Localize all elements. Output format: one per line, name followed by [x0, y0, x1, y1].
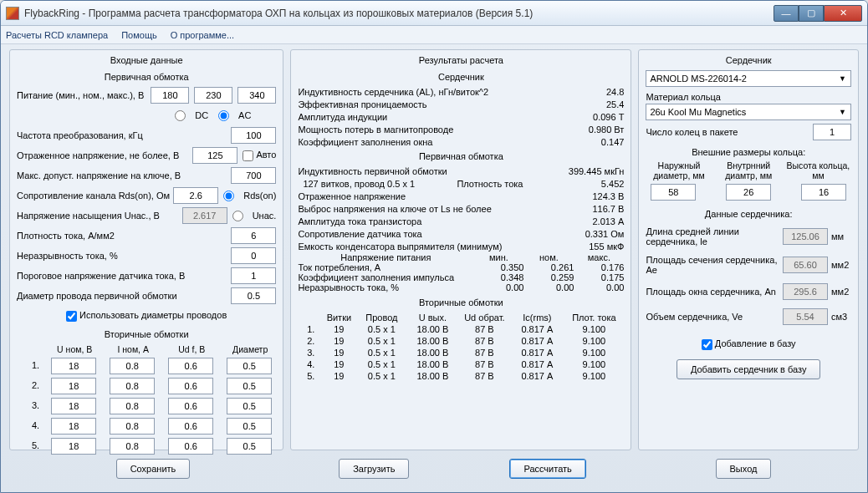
sec-i-input[interactable]: [110, 378, 155, 394]
menubar: Расчеты RCD клампера Помощь О программе.…: [1, 26, 867, 44]
core-data-heading: Данные сердечника:: [646, 209, 851, 219]
jdens-input[interactable]: [231, 227, 276, 244]
vref-value: 124.3 В: [557, 191, 624, 201]
crect-value: 155 мкФ: [557, 241, 624, 252]
result-cell: 9.100: [564, 371, 624, 381]
result-cell: 87 В: [458, 336, 510, 346]
duty-min: 0.348: [473, 272, 523, 282]
secondary-heading: Вторичные обмотки: [17, 329, 276, 339]
use-diameters-check[interactable]: Использовать диаметры проводов: [66, 310, 227, 322]
lprim-label: Индуктивность первичной обмотки: [298, 166, 532, 176]
supply-nom[interactable]: [194, 87, 232, 104]
bamp-label: Амплитуда индукции: [298, 112, 557, 122]
menu-rcd[interactable]: Расчеты RCD клампера: [6, 30, 108, 40]
mid-sec-heading: Вторичные обмотки: [298, 297, 624, 307]
mh-uout: U вых.: [406, 313, 458, 323]
result-cell: 18.00 В: [406, 324, 458, 334]
sec-u-input[interactable]: [51, 438, 96, 455]
result-cell: 87 В: [458, 348, 510, 358]
result-cell: 87 В: [458, 324, 510, 334]
sec-ud-input[interactable]: [168, 358, 213, 374]
sec-d-input[interactable]: [227, 398, 272, 414]
core-heading: Сердечник: [298, 72, 624, 82]
sec-d-input[interactable]: [227, 438, 272, 455]
supply-min[interactable]: [151, 87, 189, 104]
le-label: Длина средней линии сердечника, le: [646, 226, 783, 246]
sec-u-input[interactable]: [51, 418, 96, 435]
result-cell: 19: [321, 336, 356, 346]
calculate-button[interactable]: Рассчитать: [509, 459, 585, 479]
sec-u-input[interactable]: [51, 378, 96, 394]
jdens-label: Плотность тока, А/мм2: [17, 231, 231, 241]
result-cell: 87 В: [458, 359, 510, 369]
ac-radio[interactable]: AC: [218, 110, 251, 121]
sec-rownum: 1.: [19, 358, 39, 374]
result-cell: 0.817 А: [510, 324, 564, 334]
sec-d-input[interactable]: [227, 418, 272, 435]
dim-id[interactable]: [726, 184, 771, 201]
bamp-value: 0.096 Т: [557, 112, 624, 122]
sec-ud-input[interactable]: [168, 398, 213, 414]
an-label: Площадь окна сердечника, An: [646, 287, 783, 297]
add-core-button[interactable]: Добавить сердечник в базу: [677, 359, 821, 379]
supply-max[interactable]: [237, 87, 276, 104]
sec-d-input[interactable]: [227, 378, 272, 394]
freq-label: Частота преобразования, кГц: [17, 130, 231, 140]
load-button[interactable]: Загрузить: [339, 459, 409, 479]
exit-button[interactable]: Выход: [716, 459, 772, 479]
dim-od[interactable]: [651, 184, 696, 201]
save-button[interactable]: Сохранить: [116, 459, 191, 479]
sec-hd-i: I ном, А: [110, 344, 156, 354]
dim-hd-h: Высота кольца, мм: [785, 160, 851, 180]
col-min: мин.: [473, 252, 523, 262]
mh-ic: Ic(rms): [510, 313, 564, 323]
auto-check[interactable]: Авто: [243, 150, 276, 161]
sec-ud-input[interactable]: [168, 418, 213, 435]
vthr-input[interactable]: [231, 267, 276, 284]
app-window: FlybackRing - Программа расчета трансфор…: [0, 0, 868, 493]
discont-label: Неразрывность тока, %: [17, 251, 231, 261]
vds-input[interactable]: [231, 167, 276, 184]
sec-i-input[interactable]: [110, 418, 155, 435]
rdson-label: Сопротивление канала Rds(on), Ом: [17, 191, 173, 201]
an-value: [783, 283, 828, 300]
sec-d-input[interactable]: [227, 358, 272, 374]
input-panel: Входные данные Первичная обмотка Питание…: [9, 49, 283, 450]
ve-value: [783, 308, 828, 325]
maximize-button[interactable]: ▢: [799, 5, 824, 22]
rdson-radio[interactable]: Rds(on): [223, 191, 276, 201]
turns-text: 127 витков, провод 0.5 x 1: [298, 179, 457, 189]
dprim-input[interactable]: [231, 287, 276, 304]
result-cell: 2.: [298, 336, 321, 346]
sec-i-input[interactable]: [110, 438, 155, 455]
cont-min: 0.00: [473, 282, 523, 292]
add-db-check[interactable]: Добавление в базу: [702, 338, 796, 350]
dc-radio[interactable]: DC: [175, 110, 208, 121]
close-button[interactable]: ✕: [824, 5, 862, 22]
sec-hd-ud: Ud f, B: [168, 344, 215, 354]
minimize-button[interactable]: —: [774, 5, 799, 22]
mh-urev: Ud обрат.: [458, 313, 510, 323]
sec-ud-input[interactable]: [168, 378, 213, 394]
sec-ud-input[interactable]: [168, 438, 213, 455]
ae-value: [783, 257, 828, 273]
iin-nom: 0.261: [523, 262, 574, 272]
sec-i-input[interactable]: [110, 398, 155, 414]
usat-radio[interactable]: Uнас.: [232, 211, 277, 221]
sec-u-input[interactable]: [51, 398, 96, 414]
menu-about[interactable]: О программе...: [171, 30, 234, 40]
vref-label: Отраженное напряжение: [298, 191, 557, 201]
freq-input[interactable]: [231, 127, 276, 144]
sec-i-input[interactable]: [110, 358, 155, 374]
material-select[interactable]: [646, 104, 851, 120]
discont-input[interactable]: [231, 247, 276, 264]
nrings-input[interactable]: [813, 124, 851, 140]
rdson-input[interactable]: [173, 187, 218, 204]
result-cell: 9.100: [564, 348, 624, 358]
menu-help[interactable]: Помощь: [121, 30, 157, 40]
vrefl-input[interactable]: [192, 147, 237, 164]
mat-label: Материал кольца: [646, 92, 851, 102]
sec-u-input[interactable]: [51, 358, 96, 374]
dim-h[interactable]: [801, 184, 846, 201]
core-select[interactable]: [646, 70, 851, 87]
